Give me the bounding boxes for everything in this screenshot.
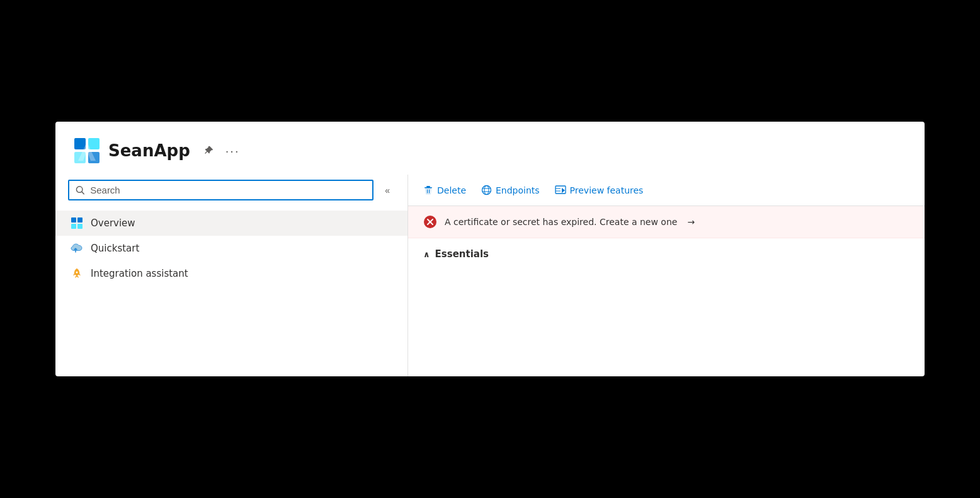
overview-icon — [71, 217, 83, 229]
main-layout: « Overview — [55, 175, 925, 376]
preview-icon — [555, 185, 566, 195]
header-actions: ··· — [200, 141, 242, 161]
app-icon — [73, 137, 101, 165]
svg-point-7 — [76, 272, 78, 274]
sidebar-item-overview-label: Overview — [91, 217, 135, 229]
sidebar: « Overview — [55, 175, 408, 376]
header: SeanApp ··· — [55, 122, 925, 175]
trash-icon — [423, 185, 433, 195]
search-area: « — [55, 175, 407, 211]
globe-icon — [481, 185, 492, 195]
essentials-label: Essentials — [435, 248, 489, 260]
search-box — [68, 180, 373, 200]
delete-button[interactable]: Delete — [423, 183, 466, 198]
delete-label: Delete — [437, 185, 466, 195]
sidebar-item-integration-assistant[interactable]: Integration assistant — [55, 261, 407, 286]
endpoints-button[interactable]: Endpoints — [481, 182, 540, 198]
ellipsis-icon: ··· — [225, 144, 240, 158]
sidebar-item-quickstart[interactable]: Quickstart — [55, 236, 407, 261]
content-panel: Delete Endpoints — [408, 175, 925, 376]
svg-rect-1 — [88, 138, 100, 149]
pin-icon — [203, 145, 214, 156]
pin-button[interactable] — [200, 142, 217, 159]
app-title: SeanApp — [108, 141, 190, 160]
preview-features-label: Preview features — [570, 185, 644, 195]
sidebar-item-quickstart-label: Quickstart — [91, 243, 139, 254]
svg-point-12 — [482, 186, 491, 195]
more-button[interactable]: ··· — [223, 141, 242, 161]
error-icon — [423, 215, 437, 229]
alert-banner[interactable]: A certificate or secret has expired. Cre… — [408, 206, 925, 238]
sidebar-item-overview[interactable]: Overview — [55, 211, 407, 236]
collapse-button[interactable]: « — [380, 182, 395, 199]
svg-rect-0 — [74, 138, 86, 149]
svg-line-6 — [82, 192, 84, 194]
svg-rect-8 — [426, 186, 430, 187]
quickstart-icon — [71, 242, 83, 255]
essentials-section[interactable]: ∧ Essentials — [408, 238, 925, 270]
search-input[interactable] — [90, 185, 366, 195]
svg-point-13 — [484, 186, 489, 195]
toolbar: Delete Endpoints — [408, 175, 925, 206]
svg-rect-9 — [424, 187, 432, 188]
chevron-left-icon: « — [385, 185, 390, 195]
alert-arrow: → — [687, 217, 695, 227]
search-icon — [76, 185, 85, 195]
integration-assistant-icon — [71, 267, 83, 280]
alert-message: A certificate or secret has expired. Cre… — [445, 217, 677, 227]
sidebar-item-integration-label: Integration assistant — [91, 268, 188, 279]
endpoints-label: Endpoints — [496, 185, 540, 195]
azure-portal-window: SeanApp ··· — [55, 122, 925, 376]
preview-features-button[interactable]: Preview features — [555, 183, 644, 198]
essentials-chevron: ∧ — [423, 250, 430, 259]
